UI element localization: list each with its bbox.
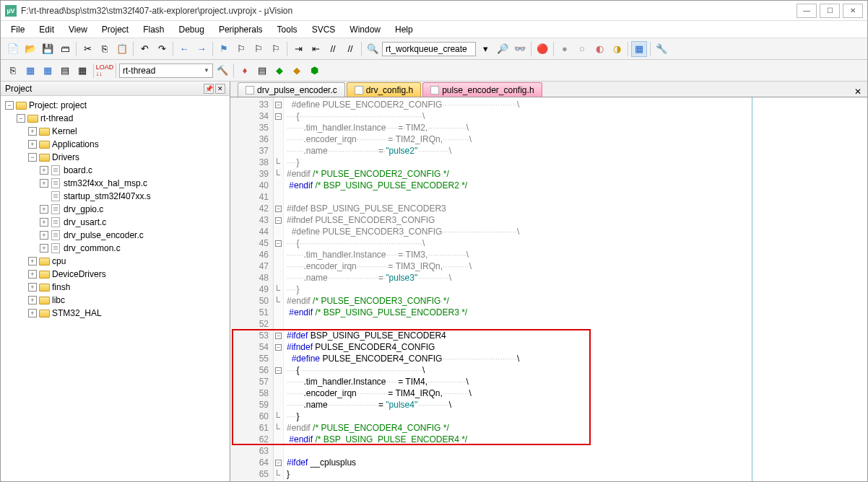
rebuild-icon[interactable]: ▦ [40,63,56,79]
tree-group-libc[interactable]: +libc [2,294,228,307]
debug-icon[interactable]: 🔴 [534,41,550,57]
undo-icon[interactable]: ↶ [136,41,152,57]
tree-file-startup_stm32f407xx-s[interactable]: startup_stm32f407xx.s [2,190,228,203]
minimize-button[interactable]: — [797,4,817,18]
incremental-find-icon[interactable]: 👓 [512,41,528,57]
find-in-files-icon[interactable]: 🔎 [495,41,511,57]
books-icon[interactable]: ◆ [289,63,305,79]
tab-drv_config-h[interactable]: drv_config.h [347,82,421,97]
toolbar-separator [116,63,116,78]
tab-pulse_encoder_config-h[interactable]: pulse_encoder_config.h [422,82,542,97]
bookmark-prev-icon[interactable]: ⚐ [233,41,249,57]
target-value: rt-thread [123,66,155,76]
toolbar-separator [361,42,362,56]
select-packs-icon[interactable]: ▤ [254,63,270,79]
toolbar-separator [212,42,213,56]
target-options-icon[interactable]: 🔨 [214,63,230,79]
target-selector[interactable]: rt-thread ▼ [119,63,213,78]
open-file-icon[interactable]: 📂 [22,41,38,57]
save-icon[interactable]: 💾 [40,41,56,57]
tree-file-stm32f4xx_hal_msp-c[interactable]: +stm32f4xx_hal_msp.c [2,177,228,190]
panel-pin-icon[interactable]: 📌 [204,84,214,94]
tree-group-cpu[interactable]: +cpu [2,255,228,268]
tree-group-devicedrivers[interactable]: +DeviceDrivers [2,268,228,281]
editor-tabs: drv_pulse_encoder.cdrv_config.hpulse_enc… [230,82,867,97]
tab-drv_pulse_encoder-c[interactable]: drv_pulse_encoder.c [238,82,345,97]
main-toolbar: 📄 📂 💾 🗃 ✂ ⎘ 📋 ↶ ↷ ← → ⚑ ⚐ ⚐ ⚐ ⇥ ⇤ // // … [1,38,867,60]
manage-project-icon[interactable]: ♦ [237,63,253,79]
menu-window[interactable]: Window [344,23,386,36]
app-icon: µV [5,5,17,17]
configure-icon[interactable]: 🔧 [654,41,669,57]
search-input[interactable] [382,42,476,56]
tree-group-applications[interactable]: +Applications [2,138,228,151]
menu-help[interactable]: Help [389,23,419,36]
bookmark-icon[interactable]: ⚑ [216,41,232,57]
window-layout-icon[interactable]: ▦ [631,41,647,57]
tree-target[interactable]: −rt-thread [2,112,228,125]
tree-group-kernel[interactable]: +Kernel [2,125,228,138]
project-tree[interactable]: −Project: project−rt-thread+Kernel+Appli… [1,96,230,481]
new-file-icon[interactable]: 📄 [5,41,21,57]
stop-build-icon[interactable]: ▦ [74,63,90,79]
tree-file-drv_gpio-c[interactable]: +drv_gpio.c [2,203,228,216]
project-panel: Project 📌 ✕ −Project: project−rt-thread+… [1,82,230,481]
tree-file-board-c[interactable]: +board.c [2,164,228,177]
download-icon[interactable]: LOAD↓↓ [97,63,113,79]
tree-file-drv_usart-c[interactable]: +drv_usart.c [2,216,228,229]
save-all-icon[interactable]: 🗃 [57,41,73,57]
close-button[interactable]: ✕ [843,4,863,18]
breakpoint-insert-icon[interactable]: ● [557,41,573,57]
code-editor[interactable]: 3334353637383940414243444546474849505152… [230,97,867,481]
menu-flash[interactable]: Flash [137,23,170,36]
breakpoint-disable-icon[interactable]: ◐ [591,41,607,57]
bookmark-clear-icon[interactable]: ⚐ [268,41,284,57]
breakpoint-enable-icon[interactable]: ○ [574,41,590,57]
tree-group-drivers[interactable]: −Drivers [2,151,228,164]
toolbar-separator [233,63,234,78]
menu-tools[interactable]: Tools [272,23,303,36]
search-dropdown-icon[interactable]: ▾ [477,41,493,57]
build-icon[interactable]: ▦ [22,63,38,79]
toolbar-separator [531,42,531,56]
translate-icon[interactable]: ⎘ [5,63,21,79]
bookmark-next-icon[interactable]: ⚐ [251,41,266,57]
tree-group-finsh[interactable]: +finsh [2,281,228,294]
fold-column[interactable]: −−−−−−−−− [274,97,284,481]
menu-svcs[interactable]: SVCS [306,23,342,36]
menu-file[interactable]: File [5,23,30,36]
cut-icon[interactable]: ✂ [79,41,95,57]
redo-icon[interactable]: ↷ [154,41,170,57]
comment-icon[interactable]: // [325,41,341,57]
code-content[interactable]: #define·PULSE_ENCODER2_CONFIG···········… [284,97,867,481]
build-toolbar: ⎘ ▦ ▦ ▤ ▦ LOAD↓↓ rt-thread ▼ 🔨 ♦ ▤ ◆ ◆ ⬢ [1,60,867,82]
breakpoint-kill-icon[interactable]: ◑ [609,41,625,57]
menu-project[interactable]: Project [96,23,134,36]
uncomment-icon[interactable]: // [342,41,358,57]
tree-file-drv_pulse_encoder-c[interactable]: +drv_pulse_encoder.c [2,229,228,242]
nav-back-icon[interactable]: ← [176,41,192,57]
pack-installer-icon[interactable]: ⬢ [306,63,322,79]
editor-area: drv_pulse_encoder.cdrv_config.hpulse_enc… [230,82,867,481]
outdent-icon[interactable]: ⇤ [308,41,324,57]
tree-project-root[interactable]: −Project: project [2,99,228,112]
paste-icon[interactable]: 📋 [114,41,130,57]
maximize-button[interactable]: ☐ [820,4,840,18]
menu-view[interactable]: View [63,23,93,36]
tab-close-icon[interactable]: ✕ [849,87,867,97]
panel-close-icon[interactable]: ✕ [215,84,225,94]
batch-build-icon[interactable]: ▤ [57,63,73,79]
window-title: F:\rt-thread\bsp\stm32\stm32f407-atk-exp… [21,6,797,16]
menu-debug[interactable]: Debug [173,23,210,36]
manage-rte-icon[interactable]: ◆ [272,63,287,79]
dropdown-arrow-icon: ▼ [204,67,209,74]
menu-peripherals[interactable]: Peripherals [213,23,269,36]
indent-icon[interactable]: ⇥ [290,41,306,57]
panel-title: Project [5,84,32,94]
find-icon[interactable]: 🔍 [365,41,381,57]
tree-group-stm32_hal[interactable]: +STM32_HAL [2,307,228,320]
copy-icon[interactable]: ⎘ [97,41,113,57]
tree-file-drv_common-c[interactable]: +drv_common.c [2,242,228,255]
menu-edit[interactable]: Edit [33,23,60,36]
nav-forward-icon[interactable]: → [194,41,209,57]
